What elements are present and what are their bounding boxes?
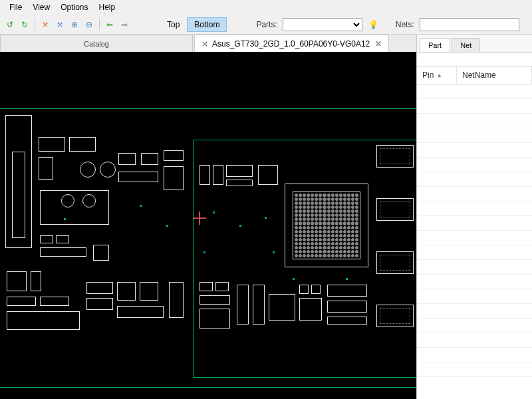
table-row[interactable]	[417, 289, 532, 304]
nets-input[interactable]	[420, 18, 519, 31]
column-pin[interactable]: Pin▲	[417, 66, 457, 84]
separator	[99, 19, 100, 31]
menu-help[interactable]: Help	[94, 1, 121, 13]
redo-icon[interactable]: ↻	[19, 19, 31, 31]
zoom-window-icon[interactable]: ⤲	[54, 19, 66, 31]
right-panel-body: Pin▲ NetName	[417, 52, 532, 399]
document-tabs: Catalog ⤮ Asus_GT730_2GD_1.0_60PA06Y0-VG…	[0, 35, 416, 52]
right-panel-tabs: Part Net	[417, 35, 532, 52]
table-row[interactable]	[417, 275, 532, 289]
pin-table-header: Pin▲ NetName	[417, 66, 532, 84]
menu-bar: File View Options Help	[0, 0, 532, 15]
table-row[interactable]	[417, 245, 532, 260]
table-row[interactable]	[417, 216, 532, 231]
shuffle-icon: ⤮	[201, 39, 208, 49]
pcb-canvas[interactable]	[0, 52, 416, 399]
column-netname[interactable]: NetName	[457, 66, 532, 84]
content-area: Catalog ⤮ Asus_GT730_2GD_1.0_60PA06Y0-VG…	[0, 35, 532, 399]
table-row[interactable]	[417, 99, 532, 114]
toolbar: ↺ ↻ ⤧ ⤲ ⊕ ⊖ ⇐ ⇒ Top Bottom Parts: 💡 Nets…	[0, 15, 532, 35]
parts-label: Parts:	[256, 20, 277, 29]
table-row[interactable]	[417, 114, 532, 128]
tab-board-label: Asus_GT730_2GD_1.0_60PA06Y0-VG0A12	[212, 39, 370, 49]
menu-file[interactable]: File	[4, 1, 27, 13]
table-row[interactable]	[417, 348, 532, 362]
tab-catalog[interactable]: Catalog	[0, 35, 193, 52]
tab-net[interactable]: Net	[452, 38, 480, 52]
menu-view[interactable]: View	[27, 1, 55, 13]
table-row[interactable]	[417, 201, 532, 216]
table-row[interactable]	[417, 319, 532, 333]
layer-top-button[interactable]: Top	[160, 17, 187, 32]
pin-table-rows	[417, 84, 532, 377]
nets-label: Nets:	[396, 20, 414, 29]
tab-board[interactable]: ⤮ Asus_GT730_2GD_1.0_60PA06Y0-VG0A12 ✕	[194, 35, 389, 52]
table-row[interactable]	[417, 187, 532, 201]
undo-icon[interactable]: ↺	[4, 19, 16, 31]
table-row[interactable]	[417, 231, 532, 245]
zoom-fit-icon[interactable]: ⤧	[39, 19, 51, 31]
layer-bottom-button[interactable]: Bottom	[187, 17, 227, 32]
table-row[interactable]	[417, 172, 532, 187]
cursor-crosshair	[193, 211, 206, 225]
arrow-right-icon[interactable]: ⇒	[118, 19, 130, 31]
bga-gpu	[293, 192, 360, 259]
separator	[35, 19, 35, 31]
table-row[interactable]	[417, 362, 532, 377]
table-row[interactable]	[417, 304, 532, 319]
layer-selector: Top Bottom	[160, 17, 227, 32]
bulb-icon[interactable]: 💡	[368, 19, 380, 31]
left-pane: Catalog ⤮ Asus_GT730_2GD_1.0_60PA06Y0-VG…	[0, 35, 416, 399]
table-row[interactable]	[417, 84, 532, 99]
sort-asc-icon: ▲	[436, 72, 442, 78]
menu-options[interactable]: Options	[55, 1, 93, 13]
table-row[interactable]	[417, 260, 532, 275]
table-row[interactable]	[417, 128, 532, 143]
zoom-in-icon[interactable]: ⊕	[68, 19, 80, 31]
close-icon[interactable]: ✕	[375, 39, 382, 49]
parts-combo[interactable]	[283, 18, 362, 31]
zoom-out-icon[interactable]: ⊖	[83, 19, 95, 31]
table-row[interactable]	[417, 333, 532, 348]
table-row[interactable]	[417, 158, 532, 172]
right-panel: Part Net Pin▲ NetName	[416, 35, 532, 399]
tab-part[interactable]: Part	[420, 38, 450, 52]
table-row[interactable]	[417, 143, 532, 158]
arrow-left-icon[interactable]: ⇐	[104, 19, 116, 31]
